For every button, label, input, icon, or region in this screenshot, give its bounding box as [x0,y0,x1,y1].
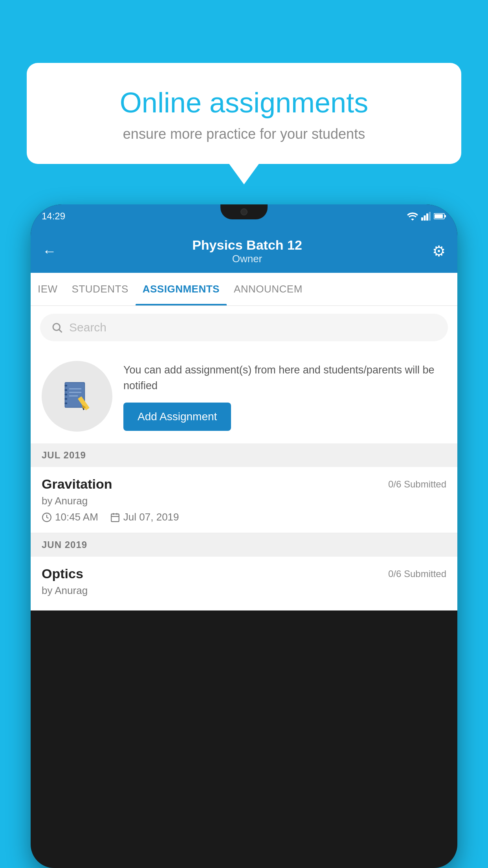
search-icon [51,322,63,333]
svg-point-7 [53,324,60,331]
promo-icon-circle [42,361,112,432]
bubble-subtitle: ensure more practice for your students [50,126,438,142]
assignment-submitted-optics: 0/6 Submitted [388,568,446,579]
assignment-name: Gravitation [42,476,112,492]
notch [220,204,268,219]
assignment-name-optics: Optics [42,566,83,581]
svg-rect-23 [111,514,119,522]
settings-button[interactable]: ⚙ [432,243,446,260]
svg-rect-13 [65,394,68,395]
app-bar-subtitle: Owner [192,253,302,265]
svg-rect-18 [69,395,78,397]
svg-line-8 [59,330,62,333]
assignment-date: Jul 07, 2019 [110,511,179,523]
search-container: Search [31,306,457,349]
tab-iew[interactable]: IEW [31,273,65,305]
speech-bubble: Online assignments ensure more practice … [27,63,461,164]
svg-rect-1 [424,215,426,221]
tabs-container: IEW STUDENTS ASSIGNMENTS ANNOUNCEM [31,273,457,306]
assignment-by: by Anurag [42,495,446,507]
phone-frame: 14:29 [31,204,457,868]
promo-content: You can add assignment(s) from here and … [123,362,446,431]
status-time: 14:29 [42,211,65,222]
svg-rect-17 [69,392,82,393]
bubble-title: Online assignments [50,86,438,119]
status-bar: 14:29 [31,204,457,228]
camera-dot [240,208,248,215]
assignment-row-top: Gravitation 0/6 Submitted [42,476,446,492]
search-bar[interactable]: Search [40,314,448,341]
speech-bubble-container: Online assignments ensure more practice … [27,63,461,164]
section-header-jul: JUL 2019 [31,443,457,467]
app-bar: ← Physics Batch 12 Owner ⚙ [31,228,457,273]
app-bar-title-group: Physics Batch 12 Owner [192,237,302,265]
assignment-meta: 10:45 AM Jul 07, 2019 [42,511,446,523]
tab-assignments[interactable]: ASSIGNMENTS [136,273,227,305]
svg-rect-6 [435,214,443,218]
svg-rect-3 [429,212,431,221]
svg-rect-14 [65,398,68,400]
clock-icon [42,512,52,522]
assignment-submitted: 0/6 Submitted [388,479,446,490]
calendar-icon [110,512,120,522]
tab-announcements[interactable]: ANNOUNCEM [227,273,310,305]
svg-rect-5 [444,215,446,217]
svg-rect-15 [65,403,68,405]
assignment-by-optics: by Anurag [42,585,446,597]
svg-rect-11 [65,385,68,387]
svg-rect-12 [65,389,68,391]
tab-students[interactable]: STUDENTS [65,273,136,305]
battery-icon [434,213,446,220]
svg-rect-16 [69,388,82,390]
phone-screen: Search [31,306,457,611]
promo-text: You can add assignment(s) from here and … [123,362,446,394]
promo-section: You can add assignment(s) from here and … [31,349,457,443]
back-button[interactable]: ← [42,243,62,259]
signal-icon [421,212,431,221]
app-bar-title: Physics Batch 12 [192,237,302,253]
svg-rect-0 [421,217,423,221]
assignment-item-optics[interactable]: Optics 0/6 Submitted by Anurag [31,557,457,611]
status-icons [407,212,446,221]
assignment-row-top-optics: Optics 0/6 Submitted [42,566,446,581]
assignment-item[interactable]: Gravitation 0/6 Submitted by Anurag 10:4… [31,467,457,533]
svg-rect-2 [426,213,428,221]
section-header-jun: JUN 2019 [31,533,457,557]
assignment-time: 10:45 AM [42,511,98,523]
add-assignment-button[interactable]: Add Assignment [123,403,231,431]
notebook-icon [59,379,95,414]
wifi-icon [407,212,418,221]
search-placeholder: Search [69,321,106,334]
